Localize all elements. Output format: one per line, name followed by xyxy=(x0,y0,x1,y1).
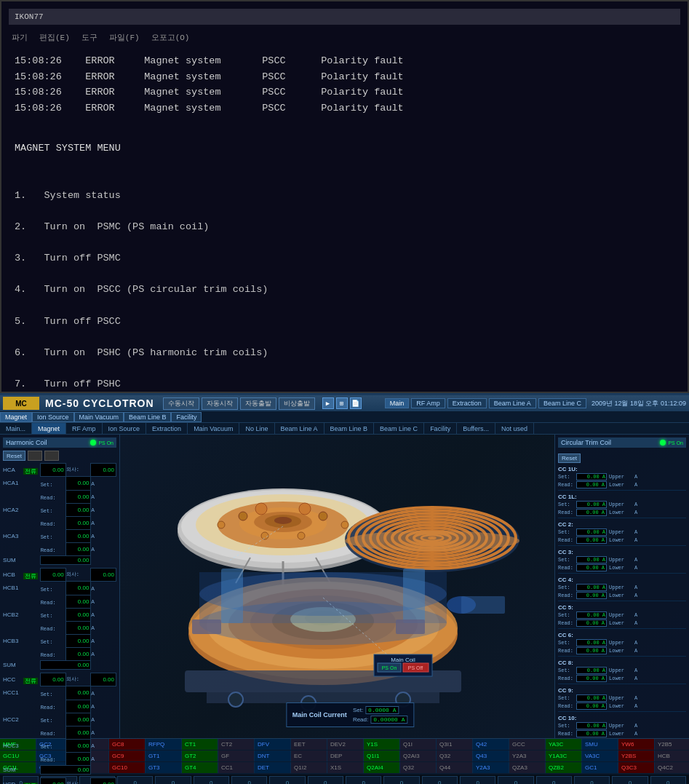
status-cell-r1-c18[interactable]: HCB xyxy=(655,751,689,761)
status-cell-r0-c16[interactable]: SMU xyxy=(582,739,618,750)
status-cell-r2-c12[interactable]: Q44 xyxy=(437,762,473,773)
status-cell-r1-c5[interactable]: GT2 xyxy=(182,751,218,761)
cc-set-1[interactable] xyxy=(576,501,607,508)
emergency-btn[interactable]: 비상출발 xyxy=(279,397,315,410)
status-cell-r0-c11[interactable]: Q1I xyxy=(400,739,437,750)
hca-sum-row: SUM 0.00 xyxy=(3,556,116,565)
menu-item-3[interactable]: 도구 xyxy=(81,32,97,43)
nav-beam-a[interactable]: Beam Line A xyxy=(275,423,324,434)
status-cell-r1-c16[interactable]: VA3C xyxy=(582,751,618,761)
icon-grid[interactable]: ⊞ xyxy=(336,397,348,409)
status-cell-r1-c6[interactable]: GF xyxy=(218,751,255,761)
status-cell-r0-c7[interactable]: DFV xyxy=(255,739,291,750)
status-cell-r2-c10[interactable]: Q2AI4 xyxy=(364,762,400,773)
status-cell-r0-c10[interactable]: Y1S xyxy=(364,739,400,750)
auto-launch-btn[interactable]: 자동출발 xyxy=(240,397,276,410)
nav-no-line[interactable]: No Line xyxy=(239,423,274,434)
status-cell-r0-c8[interactable]: EET xyxy=(291,739,327,750)
nav-extraction[interactable]: Extraction xyxy=(146,423,188,434)
cc-set-3[interactable] xyxy=(576,556,607,563)
indicator-block-13: 0 xyxy=(498,776,533,785)
tab2-facility[interactable]: Facility xyxy=(171,412,202,422)
tab-extraction[interactable]: Extraction xyxy=(447,398,487,408)
tab-main[interactable]: Main xyxy=(385,398,410,408)
nav-facility[interactable]: Facility xyxy=(424,423,457,434)
nav-magnet[interactable]: Magnet xyxy=(32,423,66,434)
harmonic-reset-btn[interactable]: Reset xyxy=(3,451,25,461)
status-cell-r2-c16[interactable]: GC1 xyxy=(582,762,618,773)
tab2-magnet[interactable]: Magnet xyxy=(0,412,32,422)
menu-item-2[interactable]: 편집(E) xyxy=(39,32,70,43)
status-cell-r0-c17[interactable]: YW6 xyxy=(618,739,655,750)
status-cell-r0-c12[interactable]: Q3I1 xyxy=(437,739,473,750)
status-cell-r1-c14[interactable]: Y2A3 xyxy=(509,751,546,761)
tab-rf-amp[interactable]: RF Amp xyxy=(411,398,445,408)
hcb3-read: Read: 0.00A xyxy=(3,647,116,661)
tab2-ion-source[interactable]: Ion Source xyxy=(32,412,74,422)
status-cell-r1-c11[interactable]: Q2AI3 xyxy=(400,751,437,761)
status-cell-r1-c10[interactable]: Q1I1 xyxy=(364,751,400,761)
tab2-main-vacuum[interactable]: Main Vacuum xyxy=(74,412,124,422)
manual-start-btn[interactable]: 수동시작 xyxy=(163,397,199,410)
status-cell-r1-c15[interactable]: Y1A3C xyxy=(546,751,582,761)
cc-set-0[interactable] xyxy=(576,473,607,480)
status-cell-r2-c6[interactable]: CC1 xyxy=(218,762,255,773)
cc-set-2[interactable] xyxy=(576,528,607,536)
status-cell-r0-c5[interactable]: CT1 xyxy=(182,739,218,750)
status-cell-r0-c6[interactable]: CT2 xyxy=(218,739,255,750)
cc-set-9[interactable] xyxy=(576,722,607,729)
nav-main[interactable]: Main... xyxy=(0,423,32,434)
status-cell-r1-c4[interactable]: GT1 xyxy=(146,751,182,761)
harmonic-coil-panel: Harmonic Coil PS On Reset HCA 전류 0.00 외사… xyxy=(0,435,120,738)
cc-set-7[interactable] xyxy=(576,667,607,674)
status-cell-r0-c18[interactable]: Y2B5 xyxy=(655,739,689,750)
icon-doc[interactable]: 📄 xyxy=(350,397,362,409)
status-cell-r1-c8[interactable]: EC xyxy=(291,751,327,761)
nav-beam-c[interactable]: Beam Line C xyxy=(374,423,424,434)
cc-reset-btn[interactable]: Reset xyxy=(558,454,581,463)
status-cell-r2-c5[interactable]: GT4 xyxy=(182,762,218,773)
status-cell-r2-c17[interactable]: Q3C3 xyxy=(618,762,655,773)
icon-arrow[interactable]: ▶ xyxy=(322,397,334,409)
status-cell-r0-c9[interactable]: DEV2 xyxy=(327,739,364,750)
tab2-beam-b[interactable]: Beam Line B xyxy=(124,412,172,422)
cc-set-8[interactable] xyxy=(576,694,607,702)
cc-ps-on-label: PS On xyxy=(668,440,683,446)
main-coil-read: 0.00000 A xyxy=(370,716,407,724)
nav-ion-source[interactable]: Ion Source xyxy=(103,423,147,434)
auto-start-btn[interactable]: 자동시작 xyxy=(202,397,238,410)
status-cell-r2-c11[interactable]: Q32 xyxy=(400,762,437,773)
status-cell-r0-c4[interactable]: RFPQ xyxy=(146,739,182,750)
menu-item-4[interactable]: 파일(F) xyxy=(109,32,140,43)
nav-main-vacuum[interactable]: Main Vacuum xyxy=(188,423,239,434)
menu-item-5[interactable]: 오포고(O) xyxy=(151,32,190,43)
status-cell-r2-c13[interactable]: Y2A3 xyxy=(473,762,509,773)
status-cell-r2-c8[interactable]: Q1I2 xyxy=(291,762,327,773)
status-cell-r1-c9[interactable]: DEP xyxy=(327,751,364,761)
status-cell-r2-c9[interactable]: X1S xyxy=(327,762,364,773)
nav-beam-b[interactable]: Beam Line B xyxy=(324,423,375,434)
cc-set-4[interactable] xyxy=(576,584,607,591)
nav-buffers[interactable]: Buffers... xyxy=(457,423,495,434)
tab-beam-a[interactable]: Beam Line A xyxy=(489,398,536,408)
nav-rf-amp[interactable]: RF Amp xyxy=(66,423,103,434)
status-cell-r1-c7[interactable]: DNT xyxy=(255,751,291,761)
status-cell-r1-c12[interactable]: Q32 xyxy=(437,751,473,761)
status-cell-r2-c14[interactable]: QZA3 xyxy=(509,762,546,773)
status-cell-r1-c17[interactable]: Y2BS xyxy=(618,751,655,761)
status-cell-r2-c18[interactable]: Q4C2 xyxy=(655,762,689,773)
hcb-sum-row: SUM 0.00 xyxy=(3,661,116,670)
status-cell-r1-c13[interactable]: Q43 xyxy=(473,751,509,761)
tab-beam-c[interactable]: Beam Line C xyxy=(538,398,586,408)
status-cell-r0-c13[interactable]: Q42 xyxy=(473,739,509,750)
status-cell-r2-c15[interactable]: QZB2 xyxy=(546,762,582,773)
status-cell-r2-c7[interactable]: DET xyxy=(255,762,291,773)
status-cell-r0-c14[interactable]: GCC xyxy=(509,739,546,750)
menu-item-1[interactable]: 파기 xyxy=(12,32,28,43)
cc-set-5[interactable] xyxy=(576,611,607,619)
hcc-sum: SUM 0.00 xyxy=(3,766,116,775)
cc-set-6[interactable] xyxy=(576,639,607,646)
nav-not-used[interactable]: Not used xyxy=(495,423,534,434)
status-cell-r2-c4[interactable]: GT3 xyxy=(146,762,182,773)
status-cell-r0-c15[interactable]: YA3C xyxy=(546,739,582,750)
